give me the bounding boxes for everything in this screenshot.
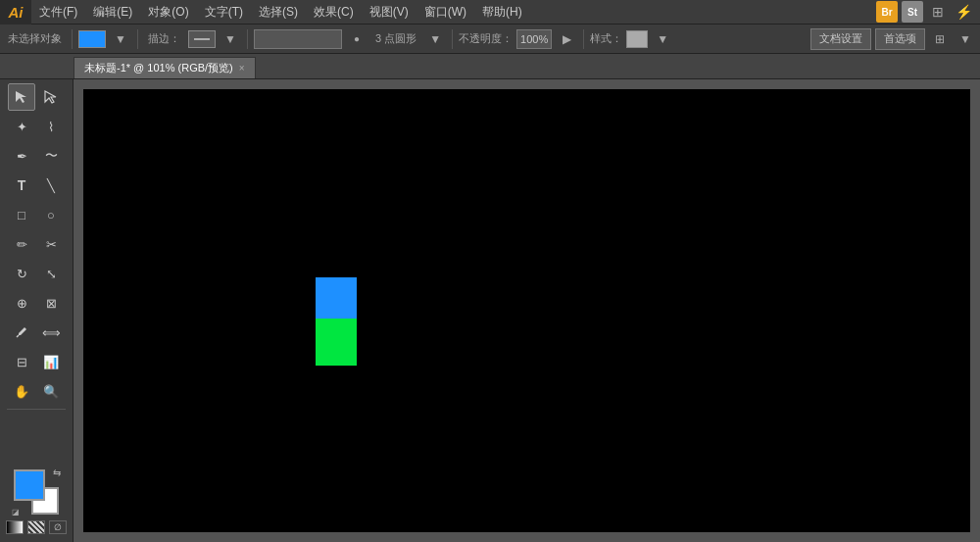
menu-effect[interactable]: 效果(C)	[306, 0, 362, 25]
tool-row-6: ✏ ✂	[2, 230, 71, 258]
none-icon[interactable]: ∅	[49, 520, 67, 534]
rect-tool[interactable]: □	[8, 201, 35, 228]
tool-row-4: T ╲	[2, 172, 71, 199]
bridge-button[interactable]: Br	[876, 1, 898, 23]
main-layout: ✦ ⌇ ✒ 〜 T ╲ □ ○ ✏ ✂ ↻ ⤡ ⊕ ⊠	[0, 79, 980, 542]
tool-row-2: ✦ ⌇	[2, 113, 71, 140]
canvas-background	[83, 89, 970, 532]
tool-row-1	[2, 83, 71, 111]
menu-right: Br St ⊞ ⚡	[876, 1, 980, 23]
menu-text[interactable]: 文字(T)	[197, 0, 251, 25]
no-selection-label: 未选择对象	[4, 31, 66, 46]
document-tab[interactable]: 未标题-1* @ 101% (RGB/预览) ×	[74, 57, 256, 78]
divider-3	[247, 29, 248, 49]
color-panel: ⇆ ◪ ∅	[2, 462, 71, 538]
gradient-icon[interactable]	[6, 520, 24, 534]
stroke-dropdown-icon[interactable]: ▼	[220, 28, 241, 50]
left-toolbar: ✦ ⌇ ✒ 〜 T ╲ □ ○ ✏ ✂ ↻ ⤡ ⊕ ⊠	[0, 79, 74, 542]
pattern-icon[interactable]	[27, 520, 45, 534]
opacity-arrow-icon[interactable]: ▶	[556, 28, 577, 50]
tab-close-button[interactable]: ×	[239, 63, 245, 74]
lasso-tool[interactable]: ⌇	[37, 113, 65, 140]
color-mode-row: ∅	[6, 520, 67, 534]
style-dropdown-icon[interactable]: ▼	[652, 28, 673, 50]
pen-tool[interactable]: ✒	[8, 142, 35, 170]
divider-5	[583, 29, 584, 49]
workspace-arrow-icon[interactable]: ▼	[955, 28, 976, 50]
magic-wand-tool[interactable]: ✦	[8, 113, 35, 140]
scale-tool[interactable]: ⤡	[37, 260, 65, 287]
menu-items: 文件(F) 编辑(E) 对象(O) 文字(T) 选择(S) 效果(C) 视图(V…	[31, 0, 876, 25]
menu-help[interactable]: 帮助(H)	[474, 0, 530, 25]
eyedropper-tool[interactable]	[8, 319, 35, 346]
tool-row-7: ↻ ⤡	[2, 260, 71, 287]
menubar: Ai 文件(F) 编辑(E) 对象(O) 文字(T) 选择(S) 效果(C) 视…	[0, 0, 980, 25]
menu-window[interactable]: 窗口(W)	[416, 0, 474, 25]
stroke-label: 描边：	[144, 31, 184, 46]
fill-dropdown-icon[interactable]: ▼	[110, 28, 131, 50]
point-shape-label: 3 点圆形	[371, 31, 420, 46]
swap-colors-icon[interactable]: ⇆	[53, 468, 61, 478]
rotate-tool[interactable]: ↻	[8, 260, 35, 287]
measure-tool[interactable]: ⟺	[37, 319, 65, 346]
divider-1	[72, 29, 73, 49]
stroke-color-box[interactable]	[188, 30, 216, 48]
ellipse-tool[interactable]: ○	[37, 201, 65, 228]
curvature-tool[interactable]: 〜	[37, 142, 65, 170]
menu-file[interactable]: 文件(F)	[31, 0, 85, 25]
color-swatches: ⇆ ◪	[14, 469, 59, 515]
app-logo: Ai	[0, 0, 31, 25]
divider-2	[137, 29, 138, 49]
graph-tool[interactable]: 📊	[37, 348, 65, 375]
svg-line-2	[17, 335, 19, 337]
search-online-icon[interactable]: ⚡	[953, 1, 974, 23]
menu-edit[interactable]: 编辑(E)	[85, 0, 140, 25]
tab-title: 未标题-1* @ 101% (RGB/预览)	[84, 61, 233, 75]
divider-4	[452, 29, 453, 49]
default-colors-icon[interactable]: ◪	[12, 508, 20, 517]
menu-view[interactable]: 视图(V)	[362, 0, 416, 25]
tool-row-11: ✋ 🔍	[2, 377, 71, 405]
opacity-label: 不透明度：	[459, 31, 513, 46]
type-tool[interactable]: T	[8, 172, 35, 199]
warp-tool[interactable]: ⊕	[8, 289, 35, 317]
scissors-tool[interactable]: ✂	[37, 230, 65, 258]
tabbar: 未标题-1* @ 101% (RGB/预览) ×	[0, 54, 980, 79]
canvas-area[interactable]	[74, 79, 980, 542]
hand-tool[interactable]: ✋	[8, 377, 35, 405]
line-tool[interactable]: ╲	[37, 172, 65, 199]
paintbrush-tool[interactable]: ✏	[8, 230, 35, 258]
doc-settings-button[interactable]: 文档设置	[810, 28, 871, 50]
svg-marker-1	[45, 91, 56, 103]
stroke-width-input[interactable]	[254, 29, 342, 49]
blue-rectangle	[316, 277, 357, 319]
preferences-button[interactable]: 首选项	[875, 28, 925, 50]
green-rectangle	[316, 319, 357, 366]
menu-object[interactable]: 对象(O)	[140, 0, 196, 25]
menu-select[interactable]: 选择(S)	[251, 0, 306, 25]
tool-row-10: ⊟ 📊	[2, 348, 71, 375]
foreground-color-swatch[interactable]	[14, 469, 45, 501]
opacity-input[interactable]	[516, 29, 552, 49]
blend-tool[interactable]: ⊟	[8, 348, 35, 375]
style-color-box[interactable]	[626, 30, 648, 48]
fill-color-box[interactable]	[78, 30, 106, 48]
zoom-tool[interactable]: 🔍	[37, 377, 65, 405]
workspace-icon[interactable]: ⊞	[929, 28, 951, 50]
stock-button[interactable]: St	[902, 1, 923, 23]
tool-row-3: ✒ 〜	[2, 142, 71, 170]
tool-row-5: □ ○	[2, 201, 71, 228]
tool-row-8: ⊕ ⊠	[2, 289, 71, 317]
toolbar: 未选择对象 ▼ 描边： ▼ ● 3 点圆形 ▼ 不透明度： ▶ 样式： ▼ 文档…	[0, 25, 980, 54]
style-label: 样式：	[590, 31, 622, 46]
tool-row-9: ⟺	[2, 319, 71, 346]
grid-icon[interactable]: ⊞	[927, 1, 949, 23]
svg-marker-0	[16, 91, 26, 103]
point-shape-arrow-icon[interactable]: ▼	[424, 28, 446, 50]
select-tool[interactable]	[8, 83, 35, 111]
tool-separator	[7, 409, 66, 410]
direct-select-tool[interactable]	[37, 83, 65, 111]
free-transform-tool[interactable]: ⊠	[37, 289, 65, 317]
point-shape-dropdown-icon[interactable]: ●	[346, 28, 368, 50]
